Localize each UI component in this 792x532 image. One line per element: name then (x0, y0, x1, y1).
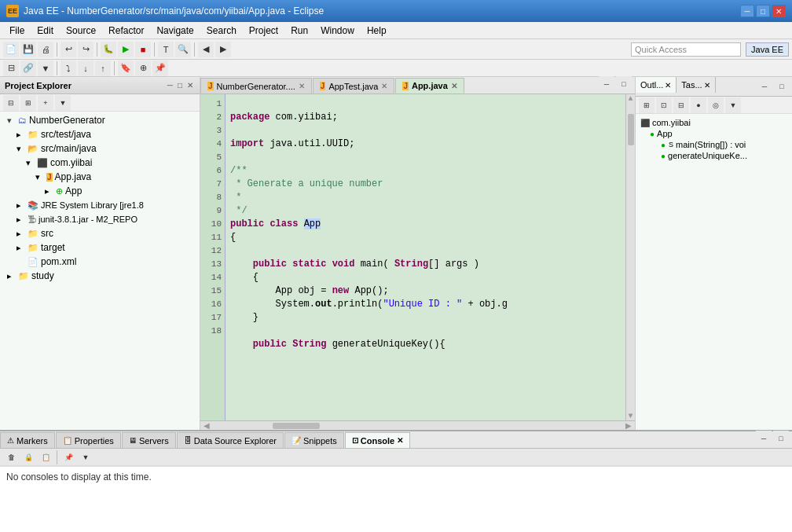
bookmark-btn[interactable]: 🔖 (118, 61, 134, 76)
pe-collapse-btn[interactable]: ⊟ (3, 95, 19, 111)
tab-properties[interactable]: 📋 Properties (56, 432, 121, 448)
menu-run[interactable]: Run (284, 24, 314, 38)
code-scroll-vertical[interactable]: ▲ ▼ (625, 94, 635, 420)
menu-search[interactable]: Search (200, 24, 243, 38)
menu-refactor[interactable]: Refactor (102, 24, 150, 38)
maximize-button[interactable]: □ (756, 5, 770, 17)
pe-minimize-btn[interactable]: ─ (166, 81, 174, 90)
pin-btn[interactable]: 📌 (152, 61, 168, 76)
tab-snippets[interactable]: 📝 Snippets (284, 432, 344, 448)
quick-access-box[interactable]: Quick Access (631, 42, 741, 57)
link-editor-btn[interactable]: 🔗 (20, 61, 36, 76)
tab-tasks[interactable]: Tas... ✕ (676, 77, 715, 93)
editor-minimize-btn[interactable]: ─ (599, 76, 614, 92)
pe-link-btn[interactable]: ⊞ (20, 95, 36, 111)
tab-numgenerator[interactable]: J NumberGenerator.... ✕ (200, 78, 312, 94)
open-type-btn[interactable]: T (158, 42, 174, 57)
step-into-btn[interactable]: ↓ (78, 61, 94, 76)
tab-close-btn[interactable]: ✕ (299, 82, 305, 90)
tab-console[interactable]: ⊡ Console ✕ (345, 432, 410, 448)
step-over-btn[interactable]: ⤵ (60, 61, 76, 76)
tab-datasource[interactable]: 🗄 Data Source Explorer (177, 432, 284, 448)
minimize-button[interactable]: ─ (740, 5, 754, 17)
outline-minimize-btn[interactable]: ─ (757, 79, 772, 94)
tree-item-src[interactable]: ▸ 📁 src (0, 226, 200, 240)
tab-apptest[interactable]: J AppTest.java ✕ (313, 78, 395, 94)
pe-menu-btn[interactable]: ▼ (55, 95, 71, 111)
code-scroll-horizontal[interactable]: ◀ ▶ (200, 420, 635, 430)
run-btn[interactable]: ▶ (118, 42, 134, 57)
step-out-btn[interactable]: ↑ (95, 61, 111, 76)
pe-close-btn[interactable]: ✕ (185, 81, 195, 90)
pe-maximize-btn[interactable]: □ (176, 81, 184, 90)
tree-item-src-main[interactable]: ▾ 📂 src/main/java (0, 141, 200, 156)
undo-btn[interactable]: ↩ (60, 42, 76, 57)
outline-btn6[interactable]: ▼ (725, 97, 741, 113)
outline-app[interactable]: ● App (639, 128, 789, 139)
console-clear-btn[interactable]: 🗑 (3, 449, 19, 465)
menu-source[interactable]: Source (60, 24, 102, 38)
tree-item-com-yiibai[interactable]: ▾ ⬛ com.yiibai (0, 156, 200, 170)
outline-btn3[interactable]: ⊟ (673, 97, 689, 113)
menu-edit[interactable]: Edit (31, 24, 60, 38)
view-menu-btn[interactable]: ▼ (38, 61, 53, 76)
tree-item-study[interactable]: ▸ 📁 study (0, 269, 200, 283)
tree-item-target[interactable]: ▸ 📁 target (0, 240, 200, 255)
console-copy-btn[interactable]: 📋 (38, 449, 53, 465)
perspective-btn[interactable]: Java EE (746, 42, 789, 57)
expand-icon: ▸ (13, 199, 25, 211)
menu-window[interactable]: Window (314, 24, 361, 38)
close-button[interactable]: ✕ (772, 5, 786, 17)
redo-btn[interactable]: ↪ (78, 42, 94, 57)
tree-item-pom[interactable]: 📄 pom.xml (0, 255, 200, 269)
search-btn[interactable]: 🔍 (175, 42, 191, 57)
outline-maximize-btn[interactable]: □ (774, 79, 790, 94)
menu-file[interactable]: File (3, 24, 31, 38)
scroll-thumb-h[interactable] (273, 423, 320, 429)
tree-item-numgen[interactable]: ▾ 🗂 NumberGenerator (0, 113, 200, 127)
collapse-all-btn[interactable]: ⊟ (3, 61, 19, 76)
console-close-btn[interactable]: ✕ (397, 436, 403, 445)
tree-item-src-test[interactable]: ▸ 📁 src/test/java (0, 127, 200, 141)
stop-btn[interactable]: ■ (135, 42, 151, 57)
outline-btn2[interactable]: ⊡ (656, 97, 672, 113)
code-content[interactable]: package com.yiibai; import java.util.UUI… (226, 94, 625, 420)
tree-item-appjava[interactable]: ▾ J App.java (0, 170, 200, 184)
outline-btn1[interactable]: ⊞ (639, 97, 654, 113)
console-pin-btn[interactable]: 📌 (60, 449, 76, 465)
tab-markers[interactable]: ⚠ Markers (0, 432, 55, 448)
outline-btn4[interactable]: ● (691, 97, 706, 113)
tasks-close-btn[interactable]: ✕ (704, 81, 710, 90)
outline-close-btn[interactable]: ✕ (665, 81, 671, 90)
menu-project[interactable]: Project (243, 24, 284, 38)
new-btn[interactable]: 📄 (3, 42, 19, 57)
outline-btn5[interactable]: ◎ (708, 97, 724, 113)
tree-item-jre[interactable]: ▸ 📚 JRE System Library [jre1.8 (0, 198, 200, 212)
console-scroll-lock-btn[interactable]: 🔒 (20, 449, 36, 465)
outline-main[interactable]: ● S main(String[]) : voi (639, 139, 789, 150)
editor-maximize-btn[interactable]: □ (616, 76, 632, 92)
code-editor[interactable]: 1 2 3 4 5 6 7 8 9 10 11 12 13 14 15 16 1 (200, 94, 635, 420)
prev-edit-btn[interactable]: ◀ (198, 42, 214, 57)
tab-close-btn[interactable]: ✕ (381, 82, 387, 90)
menu-help[interactable]: Help (361, 24, 393, 38)
tree-item-app-class[interactable]: ▸ ⊕ App (0, 184, 200, 198)
console-menu-btn[interactable]: ▼ (78, 449, 94, 465)
bottom-minimize-btn[interactable]: ─ (756, 431, 772, 446)
tab-app[interactable]: J App.java ✕ (395, 78, 464, 94)
print-btn[interactable]: 🖨 (38, 42, 53, 57)
tab-close-active-btn[interactable]: ✕ (451, 82, 457, 90)
next-edit-btn[interactable]: ▶ (215, 42, 231, 57)
tab-outline[interactable]: Outl... ✕ (636, 77, 676, 93)
save-btn[interactable]: 💾 (20, 42, 36, 57)
bottom-maximize-btn[interactable]: □ (773, 431, 789, 446)
scroll-thumb-v[interactable] (628, 114, 634, 145)
history-btn[interactable]: ⊕ (135, 61, 151, 76)
tree-item-junit[interactable]: ▸ 🗜 junit-3.8.1.jar - M2_REPO (0, 212, 200, 226)
pe-new-btn[interactable]: + (38, 95, 53, 111)
debug-btn[interactable]: 🐛 (101, 42, 116, 57)
menu-navigate[interactable]: Navigate (150, 24, 200, 38)
outline-com-yiibai[interactable]: ⬛ com.yiibai (639, 117, 789, 128)
outline-generatekey[interactable]: ● generateUniqueKe... (639, 150, 789, 161)
tab-servers[interactable]: 🖥 Servers (122, 432, 176, 448)
